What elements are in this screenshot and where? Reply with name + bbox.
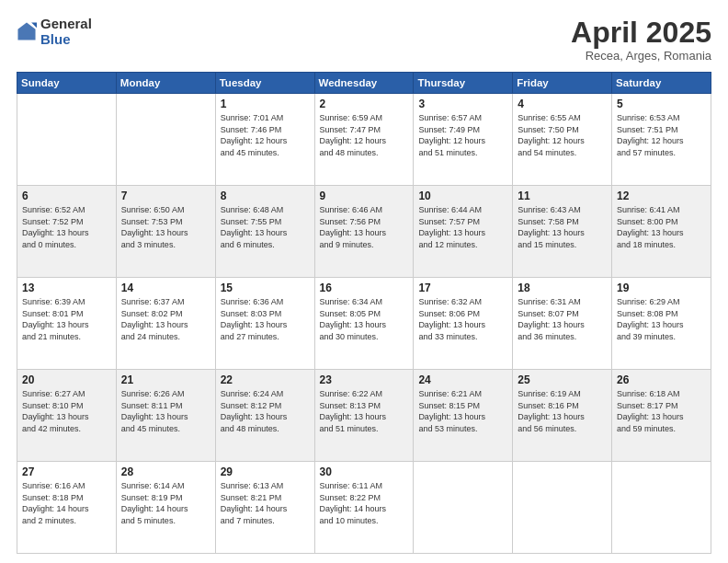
day-detail: Sunrise: 6:57 AM Sunset: 7:49 PM Dayligh… xyxy=(418,112,507,158)
calendar-cell: 1Sunrise: 7:01 AM Sunset: 7:46 PM Daylig… xyxy=(215,94,314,186)
day-number: 22 xyxy=(221,373,310,386)
day-number: 8 xyxy=(221,190,310,202)
calendar-cell xyxy=(612,462,711,554)
day-number: 19 xyxy=(617,282,706,294)
calendar-cell: 23Sunrise: 6:22 AM Sunset: 8:13 PM Dayli… xyxy=(314,370,414,462)
calendar-cell: 2Sunrise: 6:59 AM Sunset: 7:47 PM Daylig… xyxy=(314,94,414,186)
calendar-cell: 3Sunrise: 6:57 AM Sunset: 7:49 PM Daylig… xyxy=(414,94,513,186)
day-number: 15 xyxy=(221,282,310,294)
day-header-thursday: Thursday xyxy=(414,73,513,94)
day-detail: Sunrise: 6:13 AM Sunset: 8:21 PM Dayligh… xyxy=(221,480,310,526)
calendar-week-row: 20Sunrise: 6:27 AM Sunset: 8:10 PM Dayli… xyxy=(17,370,711,462)
day-detail: Sunrise: 7:01 AM Sunset: 7:46 PM Dayligh… xyxy=(221,112,310,158)
day-detail: Sunrise: 6:21 AM Sunset: 8:15 PM Dayligh… xyxy=(418,388,507,434)
header: General Blue April 2025 Recea, Arges, Ro… xyxy=(17,17,711,63)
calendar-cell: 10Sunrise: 6:44 AM Sunset: 7:57 PM Dayli… xyxy=(414,186,513,278)
day-detail: Sunrise: 6:46 AM Sunset: 7:56 PM Dayligh… xyxy=(320,204,409,250)
day-detail: Sunrise: 6:19 AM Sunset: 8:16 PM Dayligh… xyxy=(518,388,607,434)
calendar-cell: 21Sunrise: 6:26 AM Sunset: 8:11 PM Dayli… xyxy=(116,370,215,462)
day-number: 17 xyxy=(418,282,507,294)
day-header-tuesday: Tuesday xyxy=(215,73,314,94)
day-detail: Sunrise: 6:18 AM Sunset: 8:17 PM Dayligh… xyxy=(617,388,706,434)
day-number: 23 xyxy=(320,373,409,386)
calendar-week-row: 6Sunrise: 6:52 AM Sunset: 7:52 PM Daylig… xyxy=(17,186,711,278)
logo: General Blue xyxy=(17,17,92,47)
month-title: April 2025 xyxy=(571,17,711,49)
day-number: 13 xyxy=(22,282,111,294)
day-detail: Sunrise: 6:59 AM Sunset: 7:47 PM Dayligh… xyxy=(320,112,409,158)
day-header-friday: Friday xyxy=(513,73,612,94)
calendar-header-row: SundayMondayTuesdayWednesdayThursdayFrid… xyxy=(17,73,711,94)
calendar-cell xyxy=(116,94,215,186)
day-header-wednesday: Wednesday xyxy=(314,73,414,94)
day-detail: Sunrise: 6:14 AM Sunset: 8:19 PM Dayligh… xyxy=(121,480,210,526)
day-number: 5 xyxy=(617,98,706,110)
calendar-cell: 18Sunrise: 6:31 AM Sunset: 8:07 PM Dayli… xyxy=(513,278,612,370)
calendar-week-row: 27Sunrise: 6:16 AM Sunset: 8:18 PM Dayli… xyxy=(17,462,711,554)
calendar-cell: 5Sunrise: 6:53 AM Sunset: 7:51 PM Daylig… xyxy=(612,94,711,186)
day-number: 30 xyxy=(320,465,409,478)
day-detail: Sunrise: 6:31 AM Sunset: 8:07 PM Dayligh… xyxy=(518,296,607,342)
day-detail: Sunrise: 6:11 AM Sunset: 8:22 PM Dayligh… xyxy=(320,480,409,526)
day-number: 25 xyxy=(518,373,607,386)
day-number: 29 xyxy=(221,465,310,478)
day-number: 11 xyxy=(518,190,607,202)
calendar-cell: 8Sunrise: 6:48 AM Sunset: 7:55 PM Daylig… xyxy=(215,186,314,278)
calendar-cell: 27Sunrise: 6:16 AM Sunset: 8:18 PM Dayli… xyxy=(17,462,117,554)
day-detail: Sunrise: 6:29 AM Sunset: 8:08 PM Dayligh… xyxy=(617,296,706,342)
day-number: 14 xyxy=(121,282,210,294)
day-number: 6 xyxy=(22,190,111,202)
title-block: April 2025 Recea, Arges, Romania xyxy=(571,17,711,63)
day-number: 7 xyxy=(121,190,210,202)
day-number: 12 xyxy=(617,190,706,202)
day-detail: Sunrise: 6:41 AM Sunset: 8:00 PM Dayligh… xyxy=(617,204,706,250)
calendar-cell: 15Sunrise: 6:36 AM Sunset: 8:03 PM Dayli… xyxy=(215,278,314,370)
day-detail: Sunrise: 6:26 AM Sunset: 8:11 PM Dayligh… xyxy=(121,388,210,434)
calendar-week-row: 13Sunrise: 6:39 AM Sunset: 8:01 PM Dayli… xyxy=(17,278,711,370)
calendar-cell: 28Sunrise: 6:14 AM Sunset: 8:19 PM Dayli… xyxy=(116,462,215,554)
day-detail: Sunrise: 6:36 AM Sunset: 8:03 PM Dayligh… xyxy=(221,296,310,342)
day-detail: Sunrise: 6:39 AM Sunset: 8:01 PM Dayligh… xyxy=(22,296,111,342)
calendar-cell: 4Sunrise: 6:55 AM Sunset: 7:50 PM Daylig… xyxy=(513,94,612,186)
calendar-cell: 25Sunrise: 6:19 AM Sunset: 8:16 PM Dayli… xyxy=(513,370,612,462)
logo-blue-text: Blue xyxy=(40,32,92,48)
calendar-cell: 11Sunrise: 6:43 AM Sunset: 7:58 PM Dayli… xyxy=(513,186,612,278)
calendar-cell: 30Sunrise: 6:11 AM Sunset: 8:22 PM Dayli… xyxy=(314,462,414,554)
day-number: 3 xyxy=(418,98,507,110)
calendar-table: SundayMondayTuesdayWednesdayThursdayFrid… xyxy=(17,72,711,554)
logo-icon xyxy=(17,21,37,41)
day-number: 18 xyxy=(518,282,607,294)
logo-text: General Blue xyxy=(40,17,92,47)
calendar-cell: 17Sunrise: 6:32 AM Sunset: 8:06 PM Dayli… xyxy=(414,278,513,370)
page: General Blue April 2025 Recea, Arges, Ro… xyxy=(0,0,728,563)
day-number: 4 xyxy=(518,98,607,110)
day-number: 21 xyxy=(121,373,210,386)
day-number: 28 xyxy=(121,465,210,478)
day-detail: Sunrise: 6:52 AM Sunset: 7:52 PM Dayligh… xyxy=(22,204,111,250)
day-number: 2 xyxy=(320,98,409,110)
day-detail: Sunrise: 6:16 AM Sunset: 8:18 PM Dayligh… xyxy=(22,480,111,526)
calendar-cell: 12Sunrise: 6:41 AM Sunset: 8:00 PM Dayli… xyxy=(612,186,711,278)
calendar-week-row: 1Sunrise: 7:01 AM Sunset: 7:46 PM Daylig… xyxy=(17,94,711,186)
calendar-cell: 26Sunrise: 6:18 AM Sunset: 8:17 PM Dayli… xyxy=(612,370,711,462)
day-number: 27 xyxy=(22,465,111,478)
calendar-cell: 24Sunrise: 6:21 AM Sunset: 8:15 PM Dayli… xyxy=(414,370,513,462)
day-number: 10 xyxy=(418,190,507,202)
calendar-cell: 14Sunrise: 6:37 AM Sunset: 8:02 PM Dayli… xyxy=(116,278,215,370)
day-number: 26 xyxy=(617,373,706,386)
calendar-cell: 29Sunrise: 6:13 AM Sunset: 8:21 PM Dayli… xyxy=(215,462,314,554)
day-number: 20 xyxy=(22,373,111,386)
day-detail: Sunrise: 6:24 AM Sunset: 8:12 PM Dayligh… xyxy=(221,388,310,434)
day-number: 9 xyxy=(320,190,409,202)
day-detail: Sunrise: 6:43 AM Sunset: 7:58 PM Dayligh… xyxy=(518,204,607,250)
calendar-cell: 9Sunrise: 6:46 AM Sunset: 7:56 PM Daylig… xyxy=(314,186,414,278)
day-number: 1 xyxy=(221,98,310,110)
day-detail: Sunrise: 6:27 AM Sunset: 8:10 PM Dayligh… xyxy=(22,388,111,434)
day-number: 24 xyxy=(418,373,507,386)
day-detail: Sunrise: 6:55 AM Sunset: 7:50 PM Dayligh… xyxy=(518,112,607,158)
day-number: 16 xyxy=(320,282,409,294)
location: Recea, Arges, Romania xyxy=(571,49,711,63)
logo-general-text: General xyxy=(40,17,92,32)
day-header-saturday: Saturday xyxy=(612,73,711,94)
day-detail: Sunrise: 6:48 AM Sunset: 7:55 PM Dayligh… xyxy=(221,204,310,250)
